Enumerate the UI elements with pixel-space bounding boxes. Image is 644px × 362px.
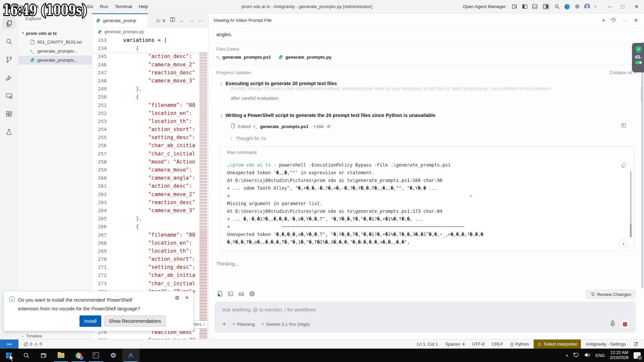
code-line[interactable]: 273 "char_c_initial bbox=[92, 280, 208, 288]
file-explorer-icon[interactable] bbox=[52, 349, 70, 362]
volume-icon[interactable] bbox=[584, 352, 590, 359]
panel-more-icon[interactable]: ··· bbox=[622, 18, 628, 23]
code-line[interactable]: 267 "filename": "00 bbox=[92, 231, 208, 239]
install-button[interactable]: Install bbox=[79, 315, 101, 327]
code-line[interactable]: 256 "char_ab_initia bbox=[92, 141, 208, 149]
edited-file-chip[interactable]: Edited >_ generate_prompts.ps1 +184 -0 bbox=[231, 123, 636, 129]
code-line[interactable]: 259 "camera_move": bbox=[92, 166, 208, 174]
testing-icon[interactable] bbox=[3, 126, 15, 138]
menu-item-file[interactable]: File bbox=[14, 3, 27, 10]
close-button[interactable]: ✕ bbox=[634, 4, 639, 9]
show-recommendations-button[interactable]: Show Recommendations bbox=[104, 315, 166, 327]
history-icon[interactable] bbox=[611, 17, 616, 24]
file-item-ps1[interactable]: >_ generate_prompts... bbox=[18, 47, 92, 56]
language-indicator[interactable]: ENG bbox=[595, 353, 605, 358]
file-status-icon[interactable] bbox=[217, 291, 223, 298]
encoding[interactable]: UTF-8 bbox=[470, 340, 487, 349]
layout-grid-icon[interactable] bbox=[512, 4, 518, 10]
notification-close-icon[interactable]: ✕ bbox=[185, 295, 189, 301]
chat-input[interactable] bbox=[222, 307, 506, 312]
mode-selector[interactable]: ∧ Planning bbox=[233, 322, 255, 327]
code-line[interactable]: 272 "char_ab_initia bbox=[92, 271, 208, 279]
stop-button[interactable] bbox=[620, 319, 630, 329]
taskbar-settings-icon[interactable]: ⚙ bbox=[105, 349, 122, 362]
new-conversation-icon[interactable]: + bbox=[602, 17, 605, 23]
run-debug-icon[interactable] bbox=[3, 72, 15, 83]
code-line[interactable]: 251 "filename": "00 bbox=[92, 101, 208, 109]
open-diff-icon[interactable] bbox=[621, 123, 626, 129]
panel-scrollbar[interactable] bbox=[641, 42, 643, 288]
code-line[interactable]: 253 "location_th": bbox=[92, 117, 208, 125]
settings-gear-icon[interactable]: ⚙ bbox=[574, 4, 580, 10]
problems-indicator[interactable]: 0 ⚠ 0 bbox=[21, 340, 44, 349]
code-line[interactable]: 247 "reaction_desc" bbox=[92, 69, 208, 77]
navigate-back-icon[interactable]: ← bbox=[179, 18, 184, 23]
search-icon[interactable] bbox=[554, 4, 560, 10]
code-line[interactable]: 264 "camera_move_3" bbox=[92, 206, 208, 215]
action-center-icon[interactable]: 2 bbox=[634, 352, 641, 359]
file-item-py[interactable]: generate_prompts... bbox=[18, 56, 92, 65]
run-file-button[interactable]: ▷ bbox=[157, 18, 161, 23]
code-line[interactable]: 258 "mood": "Action bbox=[92, 158, 208, 166]
source-control-icon[interactable] bbox=[3, 54, 15, 65]
open-agent-manager-button[interactable]: Open Agent Manager bbox=[463, 4, 506, 9]
editor-more-icon[interactable]: ··· bbox=[198, 18, 204, 23]
code-line[interactable]: 260 "camera_angle": bbox=[92, 174, 208, 182]
toggle-bottom-panel-icon[interactable] bbox=[532, 4, 538, 10]
run-dropdown-icon[interactable]: ∨ bbox=[162, 18, 166, 23]
code-line[interactable]: 280 "camera_move_3" bbox=[92, 336, 208, 339]
attach-plus-icon[interactable]: + bbox=[222, 321, 226, 327]
command-prompt-icon[interactable]: >_ bbox=[87, 349, 105, 362]
scroll-to-bottom-button[interactable]: ∨ bbox=[619, 239, 628, 248]
cursor-position[interactable]: Ln 1, Col 1 bbox=[415, 340, 440, 349]
search-sidebar-icon[interactable] bbox=[3, 36, 15, 47]
maximize-button[interactable]: □ bbox=[621, 4, 624, 9]
minimap[interactable] bbox=[199, 36, 207, 339]
select-interpreter-button[interactable]: ⚠Select Interpreter bbox=[534, 340, 581, 349]
browser-globe-icon[interactable] bbox=[249, 291, 255, 298]
toggle-left-panel-icon[interactable] bbox=[522, 4, 528, 10]
menu-item-view[interactable]: View bbox=[68, 3, 84, 10]
split-editor-icon[interactable] bbox=[170, 17, 175, 23]
menu-item-go[interactable]: Go bbox=[84, 3, 96, 10]
recorder-widget[interactable]: 43% bbox=[632, 43, 644, 72]
code-line[interactable]: 254 "action_short": bbox=[92, 125, 208, 133]
code-line[interactable]: 248 "camera_move_3" bbox=[92, 77, 208, 85]
model-selector[interactable]: ∧ Gemini 3.1 Pro (High) bbox=[261, 322, 310, 327]
navigate-forward-icon[interactable]: → bbox=[189, 18, 194, 23]
progress-item-3[interactable]: 3 Writing a PowerShell script to generat… bbox=[220, 113, 636, 118]
code-line[interactable]: 265 }, bbox=[92, 215, 208, 223]
sidebar-more-icon[interactable]: ··· bbox=[82, 16, 87, 21]
terminal-icon[interactable] bbox=[228, 291, 233, 298]
code-line[interactable]: 234 { bbox=[92, 44, 208, 52]
extensions-icon[interactable] bbox=[3, 108, 15, 120]
toggle-right-panel-icon[interactable] bbox=[542, 3, 550, 10]
code-line[interactable]: 266 { bbox=[92, 223, 208, 231]
remote-indicator[interactable]: >< bbox=[0, 340, 18, 349]
network-icon[interactable] bbox=[573, 352, 579, 359]
edited-file-ps1[interactable]: >_ generate_prompts.ps1 bbox=[216, 55, 271, 60]
eol-sequence[interactable]: CRLF bbox=[489, 340, 505, 349]
explorer-icon[interactable] bbox=[3, 17, 15, 29]
taskbar-clock[interactable]: 12:22 AM 2/23/2026 bbox=[610, 350, 629, 360]
code-line[interactable]: 269 "location_th": bbox=[92, 247, 208, 255]
recorder-toggle[interactable] bbox=[635, 61, 642, 64]
language-mode[interactable]: {}Python bbox=[508, 340, 531, 349]
antigravity-settings-button[interactable]: Antigravity - Settings bbox=[584, 340, 628, 349]
start-button[interactable] bbox=[0, 349, 17, 362]
taskbar-search-icon[interactable] bbox=[17, 349, 35, 362]
progress-item-2[interactable]: 2 Executing script to generate 20 prompt… bbox=[220, 81, 636, 86]
file-item-txt[interactable]: 001_CAVITY_BUG.txt bbox=[18, 38, 92, 47]
code-line[interactable]: 153 variations = [ bbox=[92, 36, 208, 44]
breadcrumb[interactable]: generate_prompts.py bbox=[92, 27, 208, 36]
code-line[interactable]: 270 "action_short": bbox=[92, 255, 208, 263]
chrome-icon[interactable] bbox=[70, 349, 87, 362]
edited-file-py[interactable]: generate_prompts.py bbox=[278, 55, 331, 60]
menu-item-terminal[interactable]: Terminal bbox=[112, 3, 135, 10]
code-line[interactable]: 271 "setting_desc": bbox=[92, 263, 208, 271]
timeline-section[interactable]: › Timeline bbox=[22, 334, 42, 339]
folder-root[interactable]: ∨ prom vdo ai tx bbox=[18, 29, 92, 38]
review-changes-button[interactable]: Review Changes bbox=[586, 290, 636, 299]
copy-icon[interactable] bbox=[621, 163, 626, 169]
remote-explorer-icon[interactable] bbox=[3, 90, 15, 102]
